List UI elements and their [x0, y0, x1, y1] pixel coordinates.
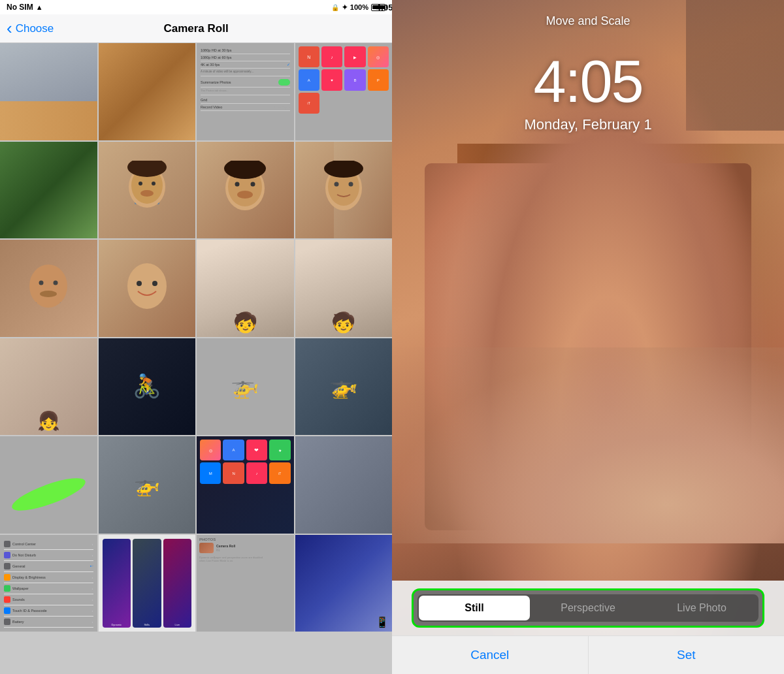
- back-label: Choose: [16, 22, 54, 35]
- cancel-button[interactable]: Cancel: [392, 636, 588, 674]
- chevron-left-icon: [7, 20, 14, 37]
- photo-cell-girl[interactable]: 🧒: [197, 240, 294, 337]
- svg-point-14: [334, 182, 338, 186]
- svg-point-2: [139, 182, 142, 185]
- photo-cell-camera-roll[interactable]: PHOTOS Camera Roll 81 Dynamic wallpaper …: [197, 535, 294, 632]
- photo-cell-face[interactable]: [99, 240, 196, 337]
- photo-grid-inner: 1080p HD at 30 fps 1080p HD at 60 fps 4K…: [0, 43, 392, 632]
- photo-cell[interactable]: [0, 43, 97, 140]
- photo-cell-settings[interactable]: 1080p HD at 30 fps 1080p HD at 60 fps 4K…: [197, 43, 294, 140]
- lockscreen-header: Move and Scale: [392, 14, 784, 28]
- move-scale-label: Move and Scale: [546, 14, 630, 27]
- photo-cell-face[interactable]: [295, 142, 393, 239]
- photo-cell-apps2[interactable]: ◎ A ❤ ★ M N ♪ iT: [197, 436, 294, 534]
- photo-cell-bike[interactable]: 🚴: [99, 338, 196, 436]
- type-option-still[interactable]: Still: [419, 596, 530, 620]
- photo-cell-blue[interactable]: 📱: [295, 535, 393, 632]
- nav-title: Camera Roll: [163, 22, 228, 35]
- svg-point-22: [137, 281, 142, 286]
- svg-point-19: [54, 281, 58, 285]
- lock-icon: 🔒: [331, 4, 339, 11]
- svg-point-15: [348, 182, 353, 186]
- photo-cell-wallpapers[interactable]: Dynamic Stills Live: [99, 535, 196, 632]
- photo-grid: 1080p HD at 30 fps 1080p HD at 60 fps 4K…: [0, 43, 392, 674]
- photo-cell-girl[interactable]: 👧: [0, 338, 97, 436]
- photo-cell-girl[interactable]: 🧒: [295, 240, 393, 337]
- nav-bar: Choose Camera Roll: [0, 14, 392, 43]
- battery-percent: 100%: [350, 3, 368, 11]
- svg-point-20: [40, 291, 57, 297]
- svg-point-8: [235, 182, 240, 186]
- lockscreen-bottom: Still Perspective Live Photo Cancel Set: [392, 581, 784, 674]
- photo-cell-drone[interactable]: 🚁: [295, 338, 393, 436]
- photo-cell-drone-top[interactable]: 🚁: [99, 436, 196, 534]
- time-display: 4:05: [392, 52, 784, 111]
- photo-cell[interactable]: [0, 142, 97, 239]
- left-panel: No SIM ▲ 4:05 PM 🔒 ✦ 100% Choose Camera …: [0, 0, 392, 674]
- status-right: 🔒 ✦ 100%: [331, 3, 385, 12]
- photo-cell-apps[interactable]: N ♪ ▶ ◎ A ♥ B P iT: [295, 43, 393, 140]
- right-panel: Move and Scale 4:05 Monday, February 1 S…: [392, 0, 784, 674]
- svg-point-4: [140, 190, 154, 197]
- photo-cell-face[interactable]: [197, 142, 294, 239]
- carrier-label: No SIM: [7, 3, 33, 12]
- back-button[interactable]: Choose: [7, 20, 54, 37]
- battery-icon: [371, 4, 385, 11]
- wallpaper-type-selector: Still Perspective Live Photo: [412, 588, 764, 628]
- type-options: Still Perspective Live Photo: [417, 594, 759, 622]
- date-display: Monday, February 1: [392, 116, 784, 133]
- photo-cell[interactable]: [99, 43, 196, 140]
- type-option-perspective[interactable]: Perspective: [532, 596, 644, 620]
- wifi-icon: ▲: [36, 3, 43, 11]
- lockscreen-time-area: 4:05 Monday, February 1: [392, 52, 784, 133]
- bottom-actions: Cancel Set: [392, 635, 784, 674]
- svg-point-3: [152, 182, 155, 185]
- svg-point-23: [152, 281, 157, 286]
- type-option-live[interactable]: Live Photo: [646, 596, 757, 620]
- girl-hands: [392, 347, 784, 543]
- photo-cell-drone[interactable]: [197, 338, 294, 436]
- set-button[interactable]: Set: [588, 636, 785, 674]
- photo-cell-settings-list[interactable]: Control Center › Do Not Disturb › Genera…: [0, 535, 97, 632]
- svg-point-21: [127, 263, 167, 309]
- status-bar-left: No SIM ▲: [7, 3, 43, 12]
- photo-cell-face[interactable]: [99, 142, 196, 239]
- bluetooth-icon: ✦: [342, 3, 348, 12]
- photo-cell-placeholder[interactable]: [295, 436, 393, 534]
- photo-cell-face[interactable]: [0, 240, 97, 337]
- svg-point-9: [251, 182, 255, 186]
- svg-point-18: [39, 281, 44, 285]
- svg-point-17: [29, 265, 67, 308]
- photo-cell-propeller[interactable]: [0, 436, 97, 534]
- status-bar: No SIM ▲ 4:05 PM 🔒 ✦ 100%: [0, 0, 392, 14]
- svg-point-10: [237, 191, 253, 199]
